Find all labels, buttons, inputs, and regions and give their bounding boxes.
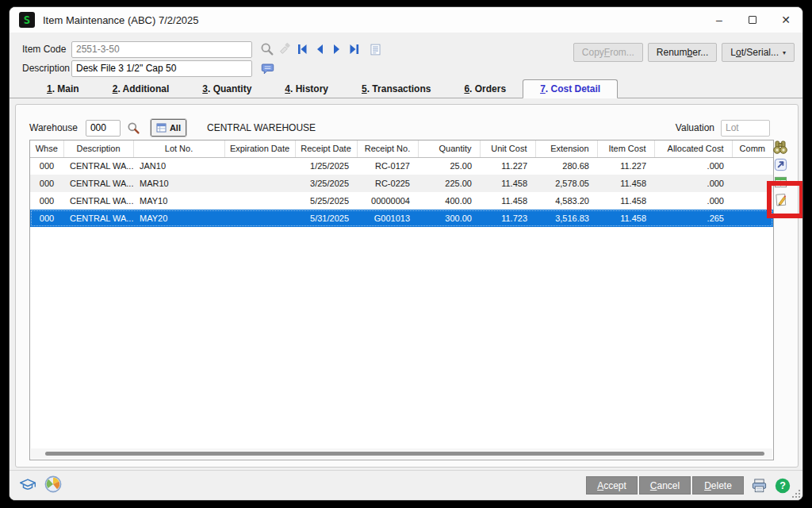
- column-header[interactable]: Lot No.: [133, 140, 224, 157]
- grid-cell[interactable]: 000: [30, 192, 63, 210]
- grid-cell[interactable]: 11.458: [480, 192, 535, 210]
- renumber-button[interactable]: Renumber...: [648, 43, 717, 62]
- grid-cell[interactable]: 000: [30, 210, 63, 227]
- grid-cell[interactable]: 300.00: [418, 210, 480, 227]
- edit-row-icon[interactable]: [772, 191, 789, 208]
- grid-cell[interactable]: 225.00: [418, 175, 480, 192]
- grid-cell[interactable]: G001013: [357, 210, 418, 227]
- grid-cell[interactable]: 3/25/2025: [295, 175, 357, 192]
- help-icon[interactable]: ?: [774, 477, 791, 495]
- accept-button[interactable]: Accept: [586, 476, 638, 495]
- item-code-input[interactable]: [71, 41, 252, 58]
- column-header[interactable]: Item Cost: [597, 140, 654, 157]
- warehouse-search-icon[interactable]: [125, 119, 143, 137]
- comment-bubble-icon[interactable]: [259, 60, 276, 77]
- search-icon[interactable]: [259, 40, 276, 58]
- resize-grip[interactable]: [792, 490, 800, 498]
- grid-cell[interactable]: [224, 210, 295, 227]
- grid-cell[interactable]: 11.458: [597, 210, 654, 227]
- grid-cell[interactable]: 11.723: [480, 210, 535, 227]
- grid-cell[interactable]: [224, 192, 295, 210]
- grid-cell[interactable]: [732, 157, 773, 175]
- warehouse-input[interactable]: [86, 120, 121, 137]
- graduation-cap-icon[interactable]: [19, 475, 36, 493]
- insights-pie-icon[interactable]: [44, 475, 62, 493]
- grid-cell[interactable]: 11.458: [597, 175, 654, 192]
- grid-row[interactable]: 000CENTRAL WA...MAR103/25/2025RC-0225225…: [30, 175, 773, 192]
- cancel-button[interactable]: Cancel: [639, 476, 691, 495]
- export-grid-icon[interactable]: [772, 174, 789, 190]
- grid-cell[interactable]: 11.458: [597, 192, 654, 210]
- delete-button[interactable]: Delete: [692, 476, 744, 495]
- grid-cell[interactable]: MAR10: [133, 175, 224, 192]
- tab-transactions[interactable]: 5. Transactions: [345, 80, 447, 98]
- grid-cell[interactable]: 5/31/2025: [295, 210, 357, 227]
- grid-cell[interactable]: 2,578.05: [535, 175, 597, 192]
- grid-cell[interactable]: [732, 192, 773, 210]
- grid-row[interactable]: 000CENTRAL WA...MAY205/31/2025G001013300…: [30, 210, 773, 227]
- warehouse-all-button[interactable]: All: [151, 119, 186, 137]
- grid-cell[interactable]: CENTRAL WA...: [63, 157, 133, 175]
- grid-cell[interactable]: CENTRAL WA...: [63, 210, 133, 227]
- grid-cell[interactable]: 000: [30, 175, 63, 192]
- tab-additional[interactable]: 2. Additional: [96, 80, 186, 98]
- column-header[interactable]: Receipt Date: [295, 140, 357, 157]
- grid-cell[interactable]: .000: [654, 175, 732, 192]
- grid-cell[interactable]: .265: [654, 210, 732, 227]
- horizontal-scrollbar-thumb[interactable]: [45, 452, 764, 456]
- grid-cell[interactable]: 11.227: [480, 157, 535, 175]
- grid-cell[interactable]: .000: [654, 192, 732, 210]
- flashlight-icon[interactable]: [276, 40, 293, 58]
- grid-cell[interactable]: 4,583.20: [535, 192, 597, 210]
- maximize-button[interactable]: [736, 7, 769, 33]
- column-header[interactable]: Description: [63, 140, 133, 157]
- lot-serial-button[interactable]: Lot/Serial...▾: [722, 43, 795, 62]
- grid-cell[interactable]: .000: [654, 157, 732, 175]
- grid-cell[interactable]: [732, 175, 773, 192]
- tab-history[interactable]: 4. History: [268, 80, 345, 98]
- tab-orders[interactable]: 6. Orders: [447, 80, 523, 98]
- tab-main[interactable]: 1. Main: [30, 80, 96, 98]
- grid-cell[interactable]: 280.68: [535, 157, 597, 175]
- column-header[interactable]: Unit Cost: [480, 140, 535, 157]
- grid-row[interactable]: 000CENTRAL WA...MAY105/25/20250000000440…: [30, 192, 773, 210]
- expand-grid-icon[interactable]: [772, 156, 789, 173]
- grid-cell[interactable]: CENTRAL WA...: [63, 175, 133, 192]
- grid-cell[interactable]: 3,516.83: [535, 210, 597, 227]
- grid-cell[interactable]: [224, 157, 295, 175]
- column-header[interactable]: Allocated Cost: [654, 140, 732, 157]
- column-header[interactable]: Quantity: [418, 140, 480, 157]
- grid-cell[interactable]: JAN10: [133, 157, 224, 175]
- tab-quantity[interactable]: 3. Quantity: [186, 80, 268, 98]
- binoculars-search-icon[interactable]: [772, 139, 789, 156]
- grid-cell[interactable]: 11.458: [480, 175, 535, 192]
- grid-row[interactable]: 000CENTRAL WA...JAN101/25/2025RC-012725.…: [30, 157, 773, 175]
- grid-cell[interactable]: 5/25/2025: [295, 192, 357, 210]
- grid-cell[interactable]: MAY20: [133, 210, 224, 227]
- grid-cell[interactable]: [732, 210, 773, 227]
- nav-previous-icon[interactable]: [311, 40, 328, 58]
- nav-last-icon[interactable]: [346, 40, 363, 58]
- nav-next-icon[interactable]: [328, 40, 346, 58]
- grid-cell[interactable]: 11.227: [597, 157, 654, 175]
- grid-cell[interactable]: 400.00: [418, 192, 480, 210]
- minimize-button[interactable]: –: [703, 7, 736, 33]
- grid-cell[interactable]: RC-0127: [357, 157, 418, 175]
- printer-icon[interactable]: [750, 477, 768, 495]
- column-header[interactable]: Extension: [535, 140, 597, 157]
- grid-cell[interactable]: CENTRAL WA...: [63, 192, 133, 210]
- copy-from-button[interactable]: Copy From...: [573, 43, 643, 62]
- grid-cell[interactable]: MAY10: [133, 192, 224, 210]
- column-header[interactable]: Comm: [732, 140, 773, 157]
- nav-first-icon[interactable]: [293, 40, 311, 58]
- grid-cell[interactable]: 25.00: [418, 157, 480, 175]
- column-header[interactable]: Whse: [30, 140, 63, 157]
- column-header[interactable]: Expiration Date: [224, 140, 295, 157]
- tab-cost-detail[interactable]: 7. Cost Detail: [523, 79, 618, 98]
- close-button[interactable]: ✕: [769, 7, 802, 33]
- grid-cell[interactable]: 000: [30, 157, 63, 175]
- grid-cell[interactable]: [224, 175, 295, 192]
- description-input[interactable]: [71, 60, 252, 77]
- grid-cell[interactable]: 00000004: [357, 192, 418, 210]
- memo-pad-icon[interactable]: [366, 40, 384, 58]
